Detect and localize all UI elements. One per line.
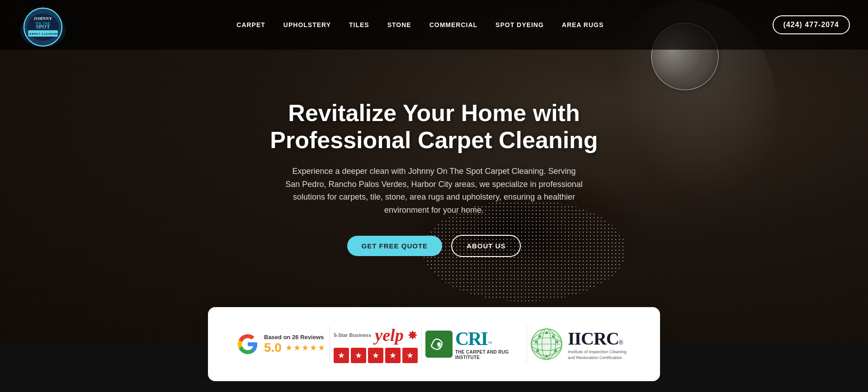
svg-point-30 — [545, 355, 548, 358]
iicrc-abbr: IICRC — [568, 328, 619, 349]
hero-section: Revitalize Your Home with Professional C… — [0, 0, 868, 343]
phone-button[interactable]: (424) 477-2074 — [773, 15, 850, 34]
divider-2 — [421, 326, 422, 362]
google-rating: 5.0 — [264, 341, 282, 355]
svg-point-25 — [556, 341, 558, 343]
yelp-stars: ★ ★ ★ ★ ★ — [334, 348, 418, 363]
cri-icon: ✿ — [425, 331, 453, 358]
google-reviews: Based on 26 Reviews 5.0 ★★★★★ — [237, 333, 326, 355]
cri-label: THE CARPET AND RUG INSTITUTE — [455, 350, 523, 360]
nav-area-rugs[interactable]: AREA RUGS — [562, 21, 604, 28]
logo-area[interactable]: JOHNNY ON THE SPOT CARPET CLEANING — [18, 0, 68, 50]
hero-content: Revitalize Your Home with Professional C… — [258, 100, 610, 257]
yelp-area: 5-Star Business yelp ✸ ★ ★ ★ ★ ★ — [334, 325, 418, 363]
logo: JOHNNY ON THE SPOT CARPET CLEANING — [18, 0, 68, 50]
google-text: Based on 26 Reviews 5.0 ★★★★★ — [264, 334, 326, 355]
yelp-star-4: ★ — [385, 348, 401, 363]
yelp-star-5: ★ — [402, 348, 418, 363]
yelp-star-1: ★ — [334, 348, 349, 363]
nav-tiles[interactable]: TILES — [349, 21, 369, 28]
svg-point-24 — [552, 335, 555, 338]
google-review-label: Based on 26 Reviews — [264, 334, 326, 341]
svg-point-23 — [545, 331, 548, 334]
yelp-burst-icon: ✸ — [407, 328, 418, 343]
svg-text:CARPET CLEANING: CARPET CLEANING — [27, 33, 59, 35]
get-quote-button[interactable]: GET FREE QUOTE — [347, 236, 443, 256]
svg-point-29 — [554, 350, 557, 352]
yelp-badge: 5-Star Business — [334, 332, 371, 338]
iicrc-sublabel: Institute of Inspection Cleaning and Res… — [568, 349, 631, 360]
iicrc-reg: ® — [619, 339, 623, 346]
svg-text:JOHNNY: JOHNNY — [34, 16, 52, 21]
iicrc-text: IICRC ® Institute of Inspection Cleaning… — [568, 328, 631, 360]
cri-certification: ✿ CRI ™ THE CARPET AND RUG INSTITUTE — [425, 328, 523, 360]
about-us-button[interactable]: ABOUT US — [451, 235, 521, 257]
divider-3 — [527, 326, 527, 362]
svg-text:SPOT: SPOT — [36, 23, 50, 30]
hero-title: Revitalize Your Home with Professional C… — [267, 100, 601, 154]
yelp-star-3: ★ — [368, 348, 383, 363]
divider-1 — [330, 326, 330, 362]
iicrc-certification: IICRC ® Institute of Inspection Cleaning… — [531, 328, 631, 360]
nav-upholstery[interactable]: UPHOLSTERY — [283, 21, 331, 28]
yelp-logo-text: yelp — [375, 325, 403, 345]
cri-abbr: CRI — [455, 328, 487, 350]
iicrc-globe-icon — [531, 328, 562, 360]
hero-subtitle: Experience a deeper clean with Johnny On… — [285, 165, 583, 217]
nav-spot-dyeing[interactable]: SPOT DYEING — [495, 21, 544, 28]
google-stars: ★★★★★ — [285, 343, 326, 353]
svg-point-26 — [538, 335, 541, 338]
yelp-top: 5-Star Business yelp ✸ — [334, 325, 417, 345]
yelp-reviews: 5-Star Business yelp ✸ ★ ★ ★ ★ ★ — [334, 325, 418, 363]
nav-stone[interactable]: STONE — [387, 21, 411, 28]
yelp-star-2: ★ — [351, 348, 366, 363]
nav-carpet[interactable]: CARPET — [236, 21, 265, 28]
google-icon — [237, 333, 259, 355]
svg-point-27 — [535, 341, 538, 343]
nav-commercial[interactable]: COMMERCIAL — [429, 21, 477, 28]
header: JOHNNY ON THE SPOT CARPET CLEANING CARPE… — [0, 0, 868, 50]
trust-bar: Based on 26 Reviews 5.0 ★★★★★ 5-Star Bus… — [208, 307, 660, 381]
svg-point-28 — [536, 350, 539, 352]
hero-buttons: GET FREE QUOTE ABOUT US — [267, 235, 601, 257]
main-nav: CARPET UPHOLSTERY TILES STONE COMMERCIAL… — [236, 21, 604, 28]
svg-point-16 — [437, 342, 441, 346]
cri-tm: ™ — [487, 341, 492, 346]
